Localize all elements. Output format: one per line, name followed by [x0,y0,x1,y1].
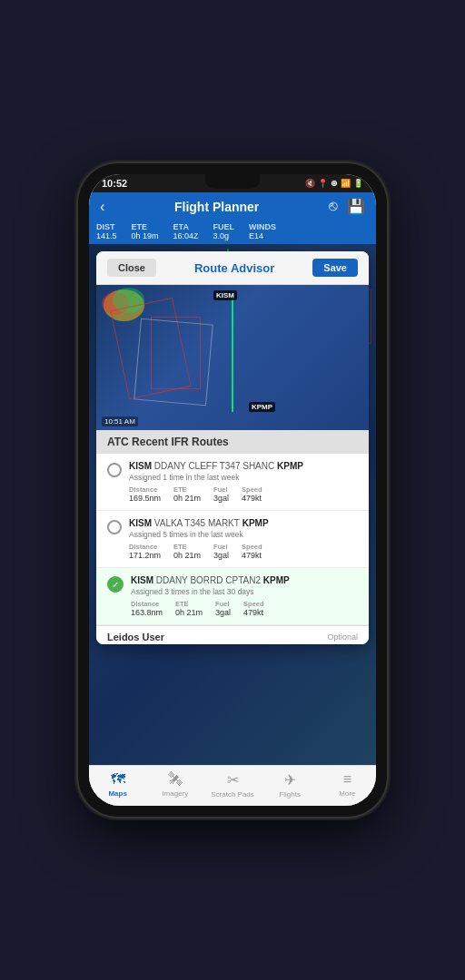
battery-icon: 🔋 [353,179,363,188]
modal-map-timestamp: 10:51 AM [102,416,138,426]
route-info-2: KISM VALKA T345 MARKT KPMP Assigned 5 ti… [129,518,358,560]
route-assigned-2: Assigned 5 times in the last week [129,530,358,539]
signal-icon: 📶 [341,179,351,188]
wifi-icon: ⊕ [331,179,338,188]
status-icons: 🔇 📍 ⊕ 📶 🔋 [305,179,363,188]
route-item-3[interactable]: ✓ KISM DDANY BORRD CPTAN2 KPMP Assigned … [96,568,369,625]
route-assigned-1: Assigned 1 time in the last week [129,473,358,482]
modal-map: KISM KPMP 10:51 AM [96,285,369,430]
route-name-1: KISM DDANY CLEFF T347 SHANC KPMP [129,461,358,471]
modal-airspace-3 [134,318,213,407]
modal-label-kpmp: KPMP [249,402,275,412]
modal-close-button[interactable]: Close [107,259,156,277]
app-header: ‹ Flight Planner ⎋ 💾 [89,192,376,220]
route-item-1[interactable]: KISM DDANY CLEFF T347 SHANC KPMP Assigne… [96,454,369,511]
route-info-1: KISM DDANY CLEFF T347 SHANC KPMP Assigne… [129,461,358,503]
user-section: Leidos User Optional [96,625,369,644]
notch [205,174,260,189]
phone-screen: 10:52 🔇 📍 ⊕ 📶 🔋 ‹ Flight Planner ⎋ 💾 DIS… [89,174,376,806]
sub-header-ete: ETE 0h 19m [132,222,159,240]
back-button[interactable]: ‹ [100,199,104,215]
app-title: Flight Planner [174,200,259,214]
scratch-icon: ✂ [227,771,239,789]
modal-title: Route Advisor [194,261,274,275]
route-stats-3: Distance 163.8nm ETE 0h 21m Fuel [131,600,358,617]
more-icon: ≡ [343,771,351,788]
route-info-3: KISM DDANY BORRD CPTAN2 KPMP Assigned 3 … [131,575,358,617]
bottom-nav: 🗺 Maps 🛰 Imagery ✂ Scratch Pads ✈ Flight… [89,765,376,806]
maps-icon: 🗺 [111,771,125,788]
modal-overlay: Close Route Advisor Save [89,244,376,765]
more-label: More [339,789,355,798]
route-item-2[interactable]: KISM VALKA T345 MARKT KPMP Assigned 5 ti… [96,511,369,568]
sub-header-dist: DIST 141.5 [96,222,117,240]
maps-label: Maps [108,789,126,798]
nav-item-more[interactable]: ≡ More [319,769,376,800]
route-radio-2[interactable] [107,520,122,534]
sub-header-winds: Winds E14 [249,222,276,240]
location-icon: 📍 [318,179,328,188]
route-name-3: KISM DDANY BORRD CPTAN2 KPMP [131,575,358,585]
route-stats-2: Distance 171.2nm ETE 0h 21m Fuel [129,543,358,560]
nav-item-imagery[interactable]: 🛰 Imagery [146,769,203,800]
modal-save-button[interactable]: Save [312,259,358,277]
share-button[interactable]: ⎋ [329,198,338,215]
flights-label: Flights [279,790,301,799]
phone-frame: 10:52 🔇 📍 ⊕ 📶 🔋 ‹ Flight Planner ⎋ 💾 DIS… [78,163,387,817]
route-stats-1: Distance 169.5nm ETE 0h 21m Fuel [129,485,358,503]
user-name: Leidos User [107,632,164,642]
nav-item-flights[interactable]: ✈ Flights [262,769,319,800]
route-radio-3-checked[interactable]: ✓ [107,576,124,593]
scratch-label: Scratch Pads [211,790,254,799]
route-name-2: KISM VALKA T345 MARKT KPMP [129,518,358,528]
route-radio-1[interactable] [107,463,122,477]
user-optional-label: Optional [327,632,358,642]
imagery-icon: 🛰 [168,771,183,788]
imagery-label: Imagery [162,789,188,798]
routes-list: KISM DDANY CLEFF T347 SHANC KPMP Assigne… [96,454,369,625]
sub-header-eta: ETA 16:04Z [173,222,199,240]
route-assigned-3: Assigned 3 times in the last 30 days [131,587,358,596]
main-content: Close Route Advisor Save [89,244,376,765]
modal-label-kism: KISM [213,290,237,300]
modal-flight-path [232,294,233,412]
flights-icon: ✈ [284,771,296,789]
nav-item-scratch[interactable]: ✂ Scratch Pads [203,769,261,800]
sub-header-fuel: Fuel 3.0g [213,222,235,240]
atc-section-header: ATC Recent IFR Routes [96,430,369,454]
sub-header: DIST 141.5 ETE 0h 19m ETA 16:04Z Fuel 3.… [89,220,376,244]
modal-header: Close Route Advisor Save [96,251,369,285]
mute-icon: 🔇 [305,179,315,188]
save-icon-button[interactable]: 💾 [347,198,365,215]
route-advisor-modal: Close Route Advisor Save [96,251,369,644]
nav-item-maps[interactable]: 🗺 Maps [89,769,146,800]
status-time: 10:52 [102,178,127,189]
